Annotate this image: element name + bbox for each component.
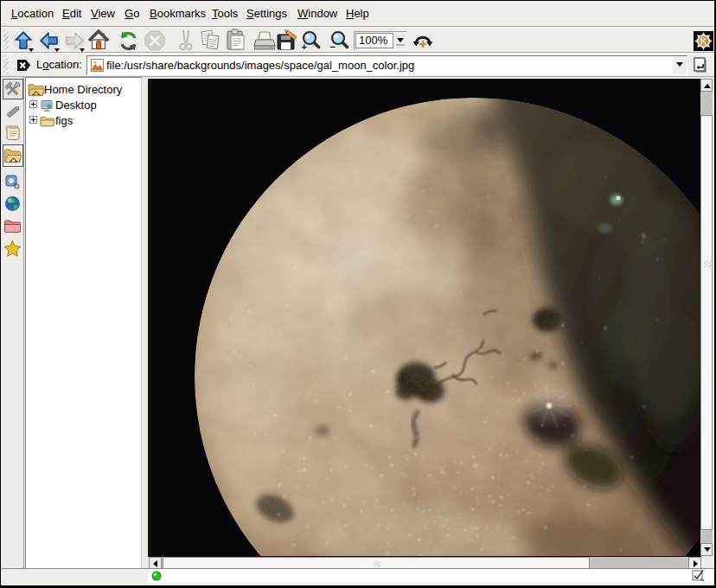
svg-text:K: K <box>700 36 707 47</box>
svg-text:+: + <box>302 42 307 52</box>
svg-text:−: − <box>330 42 336 52</box>
